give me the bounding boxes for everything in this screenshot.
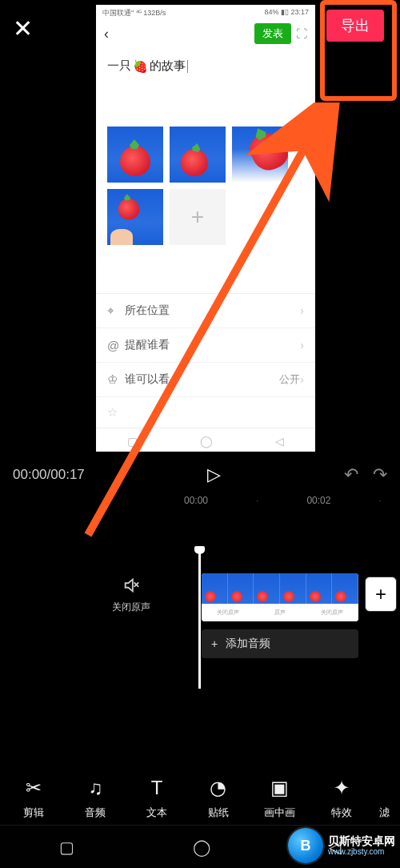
tool-label: 剪辑 bbox=[23, 806, 44, 820]
pip-icon: ▣ bbox=[270, 777, 289, 799]
option-label: 提醒谁看 bbox=[125, 338, 300, 352]
tool-cut[interactable]: ✂ 剪辑 bbox=[7, 777, 60, 820]
phone-back-button[interactable]: ‹ bbox=[104, 26, 109, 42]
phone-post-title[interactable]: 一只 🍓 的故事 bbox=[96, 47, 315, 78]
tool-filter[interactable]: 滤 bbox=[376, 777, 392, 820]
tool-label: 音频 bbox=[85, 806, 106, 820]
location-icon: ⌖ bbox=[107, 303, 125, 318]
play-button[interactable]: ▷ bbox=[207, 464, 221, 485]
chevron-right-icon: › bbox=[300, 339, 304, 352]
phone-preview: 中国联通" ⁴ᴳ 132B/s 84% ▮▯ 23:17 ‹ 发表 ⛶ 一只 🍓… bbox=[96, 5, 315, 452]
add-media-button[interactable]: + bbox=[170, 189, 226, 245]
text-icon: T bbox=[151, 777, 163, 799]
option-location[interactable]: ⌖ 所在位置 › bbox=[96, 294, 315, 328]
phone-status-right: 84% ▮▯ 23:17 bbox=[264, 8, 309, 18]
mention-icon: @ bbox=[107, 339, 125, 352]
expand-icon[interactable]: ⛶ bbox=[296, 27, 307, 40]
phone-status-left: 中国联通" ⁴ᴳ 132B/s bbox=[102, 8, 166, 18]
option-mention[interactable]: @ 提醒谁看 › bbox=[96, 328, 315, 363]
nav-back-icon[interactable]: ◁ bbox=[275, 435, 284, 448]
nav-recent-icon[interactable]: ▢ bbox=[127, 435, 138, 448]
export-button[interactable]: 导出 bbox=[326, 10, 384, 42]
tool-effects[interactable]: ✦ 特效 bbox=[315, 777, 368, 820]
chevron-right-icon: › bbox=[300, 304, 304, 317]
undo-button[interactable]: ↶ bbox=[344, 464, 358, 485]
strawberry-emoji-icon: 🍓 bbox=[133, 59, 148, 74]
tool-label: 滤 bbox=[379, 806, 390, 820]
title-text-pre: 一只 bbox=[107, 58, 131, 74]
phone-nav-bar: ▢ ◯ ◁ bbox=[96, 428, 315, 452]
nav-recent-icon[interactable]: ▢ bbox=[59, 838, 74, 857]
mute-original-button[interactable]: 关闭原声 bbox=[112, 577, 150, 614]
close-button[interactable]: ✕ bbox=[13, 14, 33, 42]
redo-button[interactable]: ↷ bbox=[373, 464, 387, 485]
option-label: 谁可以看 bbox=[125, 372, 279, 387]
tool-label: 特效 bbox=[331, 806, 352, 820]
person-icon: ♔ bbox=[107, 372, 125, 387]
watermark-title: 贝斯特安卓网 bbox=[328, 835, 395, 847]
tool-text[interactable]: T 文本 bbox=[130, 777, 183, 820]
option-visibility[interactable]: ♔ 谁可以看 公开 › bbox=[96, 363, 315, 397]
mute-icon bbox=[122, 577, 140, 594]
chevron-right-icon: › bbox=[300, 373, 304, 386]
tool-sticker[interactable]: ◔ 贴纸 bbox=[192, 777, 245, 820]
tool-label: 画中画 bbox=[264, 806, 295, 820]
watermark-url: www.zjbsty.com bbox=[328, 847, 395, 856]
tool-label: 贴纸 bbox=[208, 806, 229, 820]
tool-pip[interactable]: ▣ 画中画 bbox=[254, 777, 306, 820]
video-clip[interactable]: 关闭原声 原声 关闭原声 bbox=[202, 573, 358, 621]
scissors-icon: ✂ bbox=[26, 777, 42, 799]
media-thumb[interactable] bbox=[170, 127, 226, 183]
plus-icon: + bbox=[211, 637, 218, 650]
option-value: 公开 bbox=[279, 372, 300, 387]
tool-label: 文本 bbox=[146, 806, 167, 820]
nav-home-icon[interactable]: ◯ bbox=[200, 435, 213, 448]
tool-audio[interactable]: ♫ 音频 bbox=[69, 777, 122, 820]
text-cursor bbox=[187, 60, 188, 73]
nav-home-icon[interactable]: ◯ bbox=[193, 838, 210, 857]
favorite-icon[interactable]: ☆ bbox=[96, 397, 315, 428]
playhead[interactable] bbox=[198, 551, 201, 689]
phone-publish-button[interactable]: 发表 bbox=[254, 23, 291, 44]
add-audio-label: 添加音频 bbox=[226, 637, 270, 651]
music-note-icon: ♫ bbox=[88, 777, 102, 799]
option-label: 所在位置 bbox=[125, 303, 300, 318]
media-thumb[interactable] bbox=[107, 127, 163, 183]
media-thumb[interactable] bbox=[232, 127, 288, 183]
timeline-ruler: 00:00 · 00:02 · bbox=[0, 495, 400, 506]
media-thumb[interactable] bbox=[107, 189, 163, 245]
mute-label: 关闭原声 bbox=[112, 601, 150, 614]
star-icon: ✦ bbox=[334, 777, 350, 799]
add-clip-button[interactable]: + bbox=[365, 577, 397, 612]
time-display: 00:00/00:17 bbox=[13, 467, 85, 483]
watermark: B 贝斯特安卓网 www.zjbsty.com bbox=[288, 828, 395, 863]
watermark-logo-icon: B bbox=[288, 828, 323, 863]
add-audio-button[interactable]: + 添加音频 bbox=[202, 629, 358, 658]
sticker-icon: ◔ bbox=[210, 777, 226, 799]
title-text-post: 的故事 bbox=[150, 58, 186, 74]
